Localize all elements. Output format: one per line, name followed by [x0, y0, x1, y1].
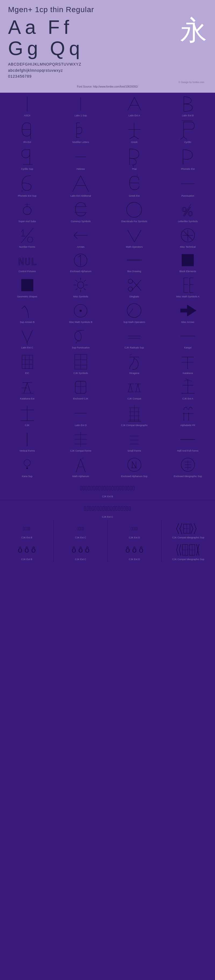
glyph-arrows: Arrows: [54, 224, 107, 250]
glyph-symbol-suppunct: [73, 328, 88, 345]
font-preview-row: Aa Ff Gg Qq 永: [8, 17, 207, 59]
glyph-label-eic: EIC: [25, 372, 29, 375]
glyph-cyrillic: Cyrillic: [161, 118, 215, 145]
glyph-symbol-enclosedcjk: [73, 379, 89, 396]
copyright: © Design by fontke.com: [8, 81, 207, 84]
svg-line-3: [134, 97, 141, 111]
glyph-symbol-cjk: [19, 404, 35, 423]
glyph-symbol-greekext: [127, 174, 142, 193]
cjkextc-text: 𪜀𪜁𪜂𪜃𪜄𪜅𪜆𪜇𪜈𪜉𪜊𪜋𪜌𪜍𪜎𪜏𪜐𪜑: [84, 505, 131, 512]
glyph-miscmathb: Misc Math Symbols B: [54, 300, 107, 325]
glyph-label-thai: Thai: [132, 168, 137, 170]
glyph-hebrew: Hebrew: [54, 145, 107, 172]
chinese-char: 永: [180, 15, 207, 45]
svg-point-56: [77, 282, 84, 288]
letter-gg: Gg: [8, 38, 42, 59]
glyph-symbol-miscmatha: [181, 277, 194, 294]
glyph-label-letterlike: Letterlike Symbols: [178, 220, 198, 223]
glyph-label-cjk: CJK: [25, 424, 30, 427]
glyph-label-cjkcompatideo: CJK Compat Ideographs: [121, 424, 148, 427]
glyph-symbol-cyrillicsup: [21, 148, 34, 166]
glyph-symbol-hebrew: [74, 148, 88, 166]
glyph-label-latinextc: Latin Ext C: [21, 346, 33, 349]
final-cjkcompatideosup: CJK Compat Ideographic Sup: [161, 541, 215, 562]
glyph-symbol-cyrillic: [180, 121, 195, 139]
glyph-label-miscmatha: Misc Math Symbols A: [176, 295, 199, 298]
svg-line-2: [127, 97, 134, 111]
glyph-symbol-greek: [127, 121, 142, 139]
glyph-ctrlpictures: NUL Control Pictures: [0, 250, 54, 274]
glyph-symbol-thai: [127, 148, 142, 166]
glyph-symbol-boxdrawing: [126, 252, 143, 268]
glyph-phoneticext: Phonetic Ext: [161, 145, 215, 172]
glyph-label-greek: Greek: [131, 141, 138, 144]
glyph-symbol-miscmathb: [73, 302, 89, 320]
glyph-grid: ASCII Latin 1 Sup Latin Ext A Latin Ext: [0, 93, 215, 480]
glyph-label-supmathops: Sup Math Operators: [123, 321, 145, 324]
glyph-label-phoneticext: Phonetic Ext: [181, 168, 195, 170]
svg-point-36: [127, 202, 142, 217]
cjkextb-strip: 𠀀𠀁𠀂𠀃𠀄𠀅𠀆𠀇𠀈𠀉𠀊𠀋𠀌𠀍𠀎𠀏𠀐𠀑𠀒𠀓𠀔: [0, 481, 215, 495]
svg-point-152: [127, 458, 141, 471]
glyph-miscsym: Misc Symbols: [54, 274, 107, 299]
cjkextc-label: CJK Ext C: [102, 515, 113, 518]
cjkextd-cell-strip: 𫝀𫝁𫝂𫝃: [108, 522, 161, 536]
glyph-label-kanasup: Kana Sup: [22, 475, 32, 478]
cjkextd-cell: 𫝀𫝁𫝂𫝃 CJK Ext D: [108, 520, 161, 540]
final-cjkextc-strip: ô ô ô: [54, 542, 107, 558]
glyph-symbol-ctrlpictures: NUL: [18, 252, 37, 268]
glyph-label-blockelements: Block Elements: [180, 270, 196, 273]
glyph-label-greekext: Greek Ext: [129, 194, 140, 197]
glyph-symbol-misctech: [180, 227, 196, 244]
glyph-symbol-cjkexta: [180, 379, 196, 396]
bottom-4col: 𠀀𠀁𠀂𠀃 CJK Ext B 𪜀𪜁𪜂𪜃 CJK Ext C 𫝀𫝁𫝂𫝃 CJK E…: [0, 520, 215, 540]
glyph-symbol-kangxi: [179, 328, 196, 345]
glyph-alphabeticpf: Alphabetic PF: [161, 402, 215, 428]
glyph-label-mathops: Math Operators: [126, 245, 143, 248]
glyph-symbol-enclosedalphan: [73, 252, 88, 268]
glyph-label-modletters: Modifier Letters: [72, 141, 89, 144]
glyph-label-katakana: Katakana: [183, 372, 193, 375]
svg-rect-86: [22, 355, 33, 369]
cjkextd-cell-label: CJK Ext D: [129, 536, 140, 539]
glyph-symbol-superandsubs: [22, 201, 32, 219]
cjkextb-cell: 𠀀𠀁𠀂𠀃 CJK Ext B: [0, 520, 54, 540]
cjkextc-strip: 𪜀𪜁𪜂𪜃𪜄𪜅𪜆𪜇𪜈𪜉𪜊𪜋𪜌𪜍𪜎𪜏𪜐𪜑: [0, 501, 215, 515]
glyph-label-encideosup: Enclosed Ideographic Sup: [174, 475, 202, 478]
glyph-latinextadd: Latin Ext Additional: [54, 172, 107, 199]
cjkextb-cell-strip: 𠀀𠀁𠀂𠀃: [0, 522, 53, 536]
svg-line-63: [84, 280, 86, 282]
glyph-kangxi: Kangxi: [161, 325, 215, 351]
final-cjkextc: ô ô ô CJK Ext C: [54, 541, 107, 562]
glyph-suparrowsb: Sup Arrows B: [0, 300, 54, 325]
svg-line-39: [21, 229, 23, 232]
glyph-thai: Thai: [108, 145, 161, 172]
svg-line-101: [27, 383, 31, 393]
cjkextb-cell-text: 𠀀𠀁𠀂𠀃: [23, 526, 30, 531]
cjkextc-cell-text: 𪜀𪜁𪜂𪜃: [77, 526, 84, 531]
svg-line-111: [136, 384, 138, 392]
glyph-superandsubs: Super And Subs: [0, 199, 54, 224]
glyph-symbol-latinextd: [73, 404, 88, 423]
cjkcompatideosup-label: CJK Compat Ideographic Sup: [172, 536, 204, 539]
glyph-cyrillicsup: Cyrillic Sup: [0, 145, 54, 172]
glyph-suppunct: Sup Punctuation: [54, 325, 107, 351]
glyph-symbol-numberforms: [20, 227, 35, 244]
glyph-label-latinextb: Latin Ext B: [182, 114, 194, 117]
svg-line-27: [81, 176, 89, 192]
glyph-symbol-diacriticals: [126, 201, 143, 219]
letter-ff: Ff: [48, 17, 73, 38]
glyph-label-hiragana: Hiragana: [129, 372, 139, 375]
glyph-label-katakanaext: Katakana Ext: [20, 397, 34, 400]
glyph-symbol-halffullfms: [179, 431, 196, 448]
glyph-symbol-miscarrows: [179, 302, 196, 320]
glyph-label-ascii: ASCII: [24, 114, 30, 117]
glyph-enclosedalphan: Enclosed Alphanum: [54, 250, 107, 274]
glyph-symbol-katakanaext: [20, 379, 35, 396]
letter-aa: Aa: [8, 17, 40, 38]
glyph-label-boxdrawing: Box Drawing: [127, 270, 141, 273]
glyph-symbol-cjkcompat: [126, 379, 142, 396]
glyph-label-miscsym: Misc Symbols: [73, 295, 88, 298]
svg-point-146: [24, 460, 30, 466]
glyph-symbol-suparrowsb: [21, 302, 34, 320]
